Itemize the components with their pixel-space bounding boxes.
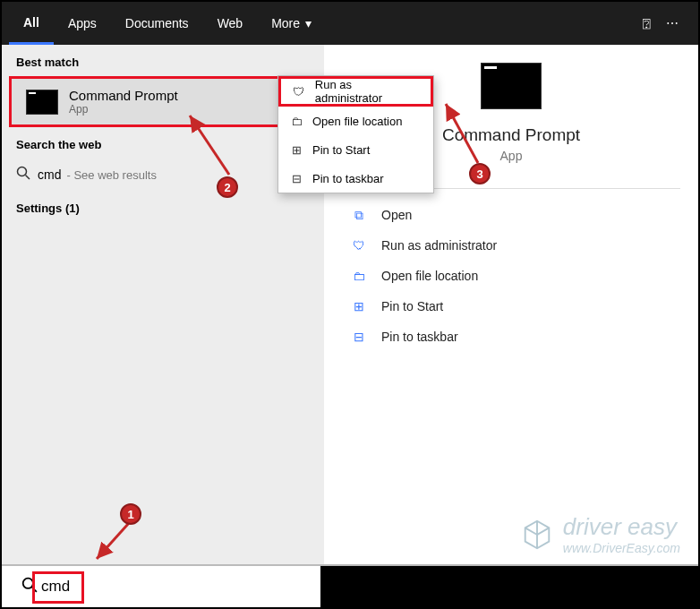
web-query: cmd (38, 167, 61, 182)
left-pane: Best match Command Prompt App Search the… (2, 45, 324, 566)
pin-start-icon: ⊞ (349, 299, 369, 313)
arrow-2 (181, 107, 245, 178)
tabs-bar: All Apps Documents Web More▾ ⍰ ⋯ (2, 2, 698, 45)
pin-taskbar-icon: ⊟ (349, 330, 369, 344)
action-pin-start-label: Pin to Start (381, 299, 443, 313)
context-menu: 🛡Run as administrator 🗀Open file locatio… (277, 75, 434, 193)
action-run-admin[interactable]: 🛡Run as administrator (324, 230, 698, 261)
action-run-admin-label: Run as administrator (381, 238, 497, 253)
preview-cmd-icon (481, 63, 542, 109)
ctx-open-location[interactable]: 🗀Open file location (278, 107, 433, 135)
search-highlight (32, 571, 84, 604)
shield-icon: 🛡 (349, 238, 369, 253)
watermark-url: www.DriverEasy.com (563, 541, 680, 555)
callout-2: 2 (217, 176, 238, 198)
arrow-1 (88, 518, 141, 571)
svg-line-5 (190, 116, 229, 175)
tab-apps[interactable]: Apps (54, 2, 111, 45)
ctx-run-admin[interactable]: 🛡Run as administrator (278, 76, 433, 107)
pin-start-icon: ⊞ (287, 143, 305, 157)
svg-line-1 (26, 176, 30, 180)
feedback-icon[interactable]: ⍰ (643, 16, 650, 30)
taskbar-black (320, 566, 698, 609)
action-pin-taskbar-label: Pin to taskbar (381, 330, 458, 344)
tab-documents[interactable]: Documents (111, 2, 203, 45)
ctx-run-admin-label: Run as administrator (315, 78, 422, 105)
action-pin-taskbar[interactable]: ⊟Pin to taskbar (324, 322, 698, 352)
cube-icon (520, 518, 554, 552)
search-web-label: Search the web (2, 127, 324, 159)
action-open[interactable]: ⧉Open (324, 200, 698, 230)
folder-icon: 🗀 (349, 269, 369, 283)
settings-label[interactable]: Settings (1) (2, 191, 324, 222)
ctx-open-location-label: Open file location (312, 115, 402, 128)
action-open-location[interactable]: 🗀Open file location (324, 261, 698, 291)
pin-taskbar-icon: ⊟ (287, 172, 305, 185)
cmd-icon (26, 90, 58, 115)
callout-1: 1 (120, 503, 141, 525)
svg-line-4 (97, 523, 129, 559)
search-icon (16, 166, 30, 184)
ctx-pin-taskbar[interactable]: ⊟Pin to taskbar (278, 164, 433, 193)
chevron-down-icon: ▾ (305, 16, 312, 30)
more-icon[interactable]: ⋯ (666, 16, 679, 30)
open-icon: ⧉ (349, 208, 369, 223)
folder-icon: 🗀 (287, 115, 305, 128)
best-match-item[interactable]: Command Prompt App (9, 76, 317, 127)
action-open-location-label: Open file location (381, 269, 478, 283)
ctx-pin-start-label: Pin to Start (312, 143, 370, 157)
watermark-brand: driver easy (563, 513, 677, 540)
tab-more-label: More (271, 16, 300, 30)
svg-point-0 (18, 167, 27, 176)
web-result-row[interactable]: cmd - See web results › (2, 159, 324, 191)
arrow-3 (440, 99, 487, 168)
callout-3: 3 (469, 163, 491, 184)
action-pin-start[interactable]: ⊞Pin to Start (324, 291, 698, 322)
web-hint: - See web results (66, 168, 156, 182)
ctx-pin-taskbar-label: Pin to taskbar (312, 172, 384, 185)
tab-more[interactable]: More▾ (257, 2, 326, 45)
watermark: driver easy www.DriverEasy.com (520, 513, 680, 555)
shield-icon: 🛡 (290, 85, 308, 99)
tab-all[interactable]: All (9, 2, 54, 45)
preview-subtitle: App (500, 149, 523, 163)
best-match-label: Best match (2, 45, 324, 76)
tab-web[interactable]: Web (203, 2, 258, 45)
svg-line-6 (446, 104, 478, 163)
match-subtitle: App (69, 103, 178, 116)
ctx-pin-start[interactable]: ⊞Pin to Start (278, 135, 433, 164)
match-title: Command Prompt (69, 88, 178, 103)
action-open-label: Open (381, 208, 412, 222)
